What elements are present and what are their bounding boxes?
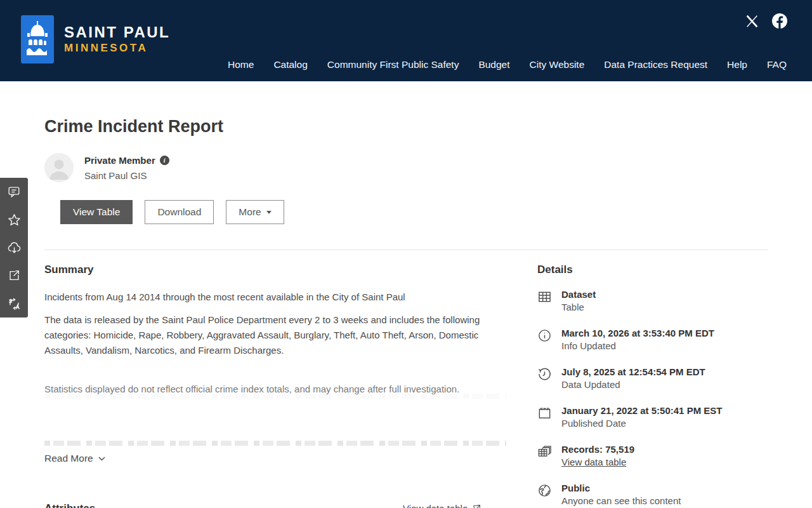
translate-icon bbox=[7, 297, 22, 311]
globe-icon bbox=[537, 482, 552, 507]
summary-paragraph-2: The data is released by the Saint Paul P… bbox=[44, 312, 511, 358]
calendar-icon bbox=[537, 404, 552, 430]
nav-home[interactable]: Home bbox=[228, 58, 254, 71]
read-more-label: Read More bbox=[44, 453, 93, 464]
dataset-actions: View Table Download More bbox=[60, 200, 284, 224]
detail-row-published-date: January 21, 2022 at 5:50:41 PM EST Publi… bbox=[537, 404, 768, 430]
detail-subtitle: Data Updated bbox=[561, 378, 705, 391]
social-links bbox=[743, 13, 788, 29]
x-twitter-icon[interactable] bbox=[743, 13, 760, 29]
owner-info-icon[interactable]: i bbox=[160, 156, 169, 165]
share-icon bbox=[7, 269, 21, 283]
detail-subtitle: Table bbox=[561, 301, 596, 314]
star-icon bbox=[7, 213, 22, 227]
read-more-link[interactable]: Read More bbox=[44, 453, 105, 464]
comment-icon bbox=[7, 185, 21, 199]
nav-catalog[interactable]: Catalog bbox=[273, 58, 307, 71]
nav-faq[interactable]: FAQ bbox=[767, 58, 787, 71]
view-data-table-link[interactable]: View data table bbox=[403, 503, 481, 508]
chevron-down-icon bbox=[98, 457, 105, 461]
detail-subtitle: Published Date bbox=[561, 417, 722, 430]
history-clock-icon bbox=[537, 366, 552, 391]
detail-title: March 10, 2026 at 3:53:40 PM EDT bbox=[561, 327, 714, 339]
site-header: SAINT PAUL MINNESOTA Home Catalog Commun… bbox=[0, 0, 812, 81]
attributes-heading: Attributes bbox=[44, 502, 95, 508]
nav-community-first-public-safety[interactable]: Community First Public Safety bbox=[327, 58, 459, 71]
saint-paul-logo[interactable]: SAINT PAUL MINNESOTA bbox=[21, 15, 170, 64]
detail-row-data-updated: July 8, 2025 at 12:54:54 PM EDT Data Upd… bbox=[537, 366, 768, 391]
faded-text-strip bbox=[44, 394, 506, 399]
detail-row-info-updated: March 10, 2026 at 3:53:40 PM EDT Info Up… bbox=[537, 327, 768, 352]
summary-section: Summary Incidents from Aug 14 2014 throu… bbox=[44, 264, 511, 397]
records-table-icon bbox=[537, 443, 552, 469]
more-button[interactable]: More bbox=[226, 200, 284, 224]
owner-name[interactable]: Private Member bbox=[84, 155, 155, 166]
nav-city-website[interactable]: City Website bbox=[530, 58, 585, 71]
nav-data-practices-request[interactable]: Data Practices Request bbox=[604, 58, 707, 71]
page-title: Crime Incident Report bbox=[44, 117, 223, 137]
download-button[interactable]: Download bbox=[145, 200, 214, 224]
detail-title: Public bbox=[561, 482, 681, 494]
detail-title: Records: 75,519 bbox=[561, 443, 634, 455]
faded-text-strip bbox=[44, 441, 506, 446]
details-section: Details Dataset Table bbox=[537, 264, 768, 508]
favorite-button[interactable] bbox=[0, 206, 28, 234]
translate-button[interactable] bbox=[0, 290, 28, 318]
logo-text: SAINT PAUL MINNESOTA bbox=[64, 23, 170, 55]
section-divider bbox=[44, 250, 768, 250]
detail-row-records: Records: 75,519 View data table bbox=[537, 443, 768, 469]
nav-budget[interactable]: Budget bbox=[478, 58, 509, 71]
logo-state-name: MINNESOTA bbox=[64, 41, 170, 55]
capitol-icon bbox=[21, 15, 54, 64]
comment-button[interactable] bbox=[0, 178, 28, 206]
detail-subtitle: Anyone can see this content bbox=[561, 495, 681, 507]
summary-paragraph-1: Incidents from Aug 14 2014 through the m… bbox=[44, 290, 511, 305]
view-table-button[interactable]: View Table bbox=[60, 200, 133, 224]
facebook-icon[interactable] bbox=[771, 13, 788, 29]
detail-row-dataset: Dataset Table bbox=[537, 288, 768, 314]
cloud-download-icon bbox=[7, 241, 22, 255]
main-nav: Home Catalog Community First Public Safe… bbox=[228, 58, 787, 71]
share-button[interactable] bbox=[0, 262, 28, 290]
table-icon bbox=[537, 288, 552, 314]
view-data-table-label: View data table bbox=[403, 503, 468, 508]
more-button-label: More bbox=[239, 206, 261, 218]
view-data-table-link[interactable]: View data table bbox=[561, 456, 634, 469]
chevron-down-icon bbox=[266, 211, 272, 214]
detail-title: Dataset bbox=[561, 288, 596, 300]
action-rail bbox=[0, 178, 28, 318]
summary-heading: Summary bbox=[44, 264, 511, 276]
detail-row-visibility: Public Anyone can see this content bbox=[537, 482, 768, 507]
detail-title: January 21, 2022 at 5:50:41 PM EST bbox=[561, 404, 722, 417]
avatar[interactable] bbox=[44, 153, 74, 182]
external-link-icon bbox=[473, 504, 481, 508]
detail-subtitle: Info Updated bbox=[561, 340, 714, 352]
owner-org[interactable]: Saint Paul GIS bbox=[84, 170, 169, 181]
owner-row: Private Member i Saint Paul GIS bbox=[44, 153, 169, 182]
detail-title: July 8, 2025 at 12:54:54 PM EDT bbox=[561, 366, 705, 378]
logo-city-name: SAINT PAUL bbox=[64, 23, 170, 41]
info-icon bbox=[537, 327, 552, 352]
nav-help[interactable]: Help bbox=[727, 58, 747, 71]
download-rail-button[interactable] bbox=[0, 234, 28, 262]
details-heading: Details bbox=[537, 264, 768, 276]
